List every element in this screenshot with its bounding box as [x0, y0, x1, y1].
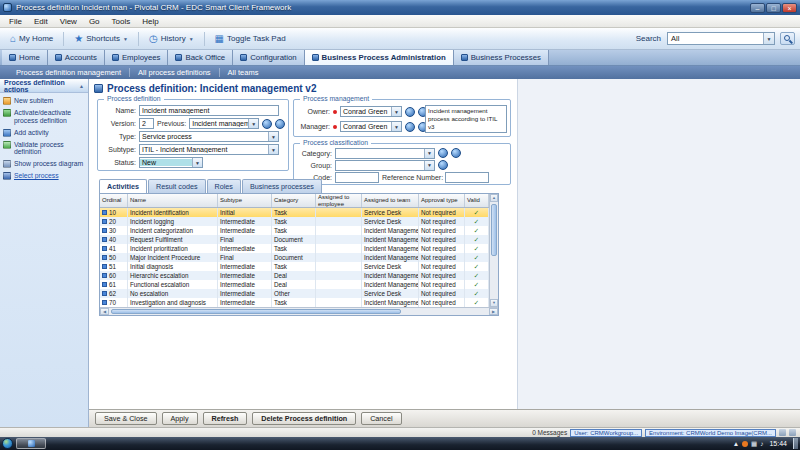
code-input[interactable]: [335, 172, 379, 183]
column-header[interactable]: Assigned to employee: [316, 194, 362, 207]
version-input[interactable]: [139, 118, 154, 129]
breadcrumb-item[interactable]: Process definition management: [8, 68, 130, 77]
column-header[interactable]: Subtype: [218, 194, 272, 207]
chevron-down-icon[interactable]: ▼: [424, 161, 434, 170]
column-header[interactable]: Ordinal: [100, 194, 128, 207]
chevron-down-icon[interactable]: ▼: [248, 119, 258, 128]
column-header[interactable]: Approval type: [419, 194, 465, 207]
chevron-down-icon[interactable]: ▼: [763, 33, 774, 44]
table-row[interactable]: 70 Investigation and diagnosis Intermedi…: [100, 298, 489, 307]
scroll-left-icon[interactable]: ◀: [100, 308, 109, 315]
lookup-icon-button[interactable]: [275, 119, 285, 129]
process-description[interactable]: Incident management process according to…: [425, 105, 507, 133]
chevron-down-icon[interactable]: ▼: [192, 158, 202, 167]
type-select[interactable]: Service process ▼: [139, 131, 279, 142]
table-row[interactable]: 62 No escalation Intermediate Other Serv…: [100, 289, 489, 298]
manager-select[interactable]: Conrad Green ▼: [340, 121, 402, 132]
notification-icon[interactable]: [742, 441, 748, 447]
sidebar-item-select-process[interactable]: Select process: [3, 172, 85, 180]
open-record-icon-button[interactable]: [405, 122, 415, 132]
cancel-button[interactable]: Cancel: [361, 412, 401, 425]
start-button[interactable]: [2, 438, 13, 449]
sidebar-item-validate[interactable]: Validate process definition: [3, 141, 85, 157]
vertical-scrollbar[interactable]: ▲ ▼: [489, 194, 498, 307]
menu-item[interactable]: Edit: [29, 17, 53, 26]
lookup-icon-button[interactable]: [451, 148, 461, 158]
menu-item[interactable]: Tools: [107, 17, 136, 26]
maximize-button[interactable]: □: [766, 3, 781, 13]
chevron-down-icon[interactable]: ▼: [424, 149, 434, 158]
column-header[interactable]: Name: [128, 194, 218, 207]
chevron-down-icon[interactable]: ▼: [391, 107, 401, 116]
shortcuts-button[interactable]: ★ Shortcuts ▼: [69, 32, 133, 46]
search-scope-select[interactable]: All ▼: [667, 32, 775, 45]
chevron-down-icon[interactable]: ▼: [391, 122, 401, 131]
column-header[interactable]: Category: [272, 194, 316, 207]
toggle-task-pad-button[interactable]: ▦ Toggle Task Pad: [210, 32, 291, 46]
open-record-icon-button[interactable]: [438, 148, 448, 158]
scrollbar-thumb[interactable]: [111, 309, 401, 314]
refresh-button[interactable]: Refresh: [203, 412, 248, 425]
chevron-down-icon[interactable]: ▼: [268, 132, 278, 141]
sidebar-item-show-diagram[interactable]: Show process diagram: [3, 160, 85, 168]
category-select[interactable]: ▼: [335, 148, 435, 159]
history-button[interactable]: ◷ History ▼: [144, 32, 199, 46]
taskbar-clock[interactable]: 15:44: [766, 440, 790, 447]
table-row[interactable]: 30 Incident categorization Intermediate …: [100, 226, 489, 235]
chevron-down-icon[interactable]: ▼: [268, 145, 278, 154]
owner-select[interactable]: Conrad Green ▼: [340, 106, 402, 117]
scroll-down-icon[interactable]: ▼: [490, 299, 498, 307]
table-row[interactable]: 61 Functional escalation Intermediate De…: [100, 280, 489, 289]
table-row[interactable]: 20 Incident logging Intermediate Task Se…: [100, 217, 489, 226]
detail-tab[interactable]: Activities: [99, 179, 147, 193]
table-row[interactable]: 41 Incident prioritization Intermediate …: [100, 244, 489, 253]
table-row[interactable]: 40 Request Fulfilment Final Document Inc…: [100, 235, 489, 244]
previous-select[interactable]: Incident management v1 ▼: [189, 118, 259, 129]
sidebar-item-new-subitem[interactable]: New subitem: [3, 97, 85, 105]
messages-status[interactable]: 0 Messages: [532, 429, 567, 436]
detail-tab[interactable]: Roles: [207, 179, 241, 193]
module-tab[interactable]: Back Office: [168, 50, 233, 65]
save-close-button[interactable]: Save & Close: [95, 412, 157, 425]
module-tab[interactable]: Business Process Administration: [305, 50, 454, 65]
horizontal-scrollbar[interactable]: ◀ ▶: [100, 307, 498, 315]
group-select[interactable]: ▼: [335, 160, 435, 171]
delete-process-definition-button[interactable]: Delete Process definition: [252, 412, 356, 425]
sidebar-item-activate-deactivate[interactable]: Activate/deactivate process definition: [3, 109, 85, 125]
column-header[interactable]: Valid: [465, 194, 489, 207]
breadcrumb-item[interactable]: All teams: [220, 68, 267, 77]
table-row[interactable]: 10 Incident identification Initial Task …: [100, 208, 489, 217]
module-tab[interactable]: Business Processes: [454, 50, 549, 65]
breadcrumb-item[interactable]: All process definitions: [130, 68, 220, 77]
menu-item[interactable]: Help: [137, 17, 163, 26]
subtype-select[interactable]: ITIL - Incident Management ▼: [139, 144, 279, 155]
menu-item[interactable]: File: [4, 17, 27, 26]
menu-item[interactable]: View: [55, 17, 82, 26]
volume-icon[interactable]: ♪: [760, 438, 763, 449]
sidebar-item-add-activity[interactable]: Add activity: [3, 129, 85, 137]
sidebar-header[interactable]: Process definition actions ▲: [0, 79, 88, 93]
taskbar-app-button[interactable]: [16, 438, 46, 449]
network-icon[interactable]: ▦: [751, 438, 757, 449]
module-tab[interactable]: Configuration: [233, 50, 304, 65]
open-record-icon-button[interactable]: [405, 107, 415, 117]
detail-tab[interactable]: Result codes: [148, 179, 206, 193]
scroll-right-icon[interactable]: ▶: [489, 308, 498, 315]
status-select[interactable]: New ▼: [139, 157, 203, 168]
name-input[interactable]: [139, 105, 279, 116]
module-tab[interactable]: Accounts: [48, 50, 105, 65]
module-tab[interactable]: Home: [2, 50, 48, 65]
detail-tab[interactable]: Business processes: [242, 179, 322, 193]
minimize-button[interactable]: –: [750, 3, 765, 13]
reference-number-input[interactable]: [445, 172, 489, 183]
search-button[interactable]: [780, 32, 795, 45]
table-row[interactable]: 50 Major Incident Procedure Final Docume…: [100, 253, 489, 262]
close-button[interactable]: ×: [782, 3, 797, 13]
open-record-icon-button[interactable]: [262, 119, 272, 129]
show-hidden-icons-icon[interactable]: ▲: [733, 438, 739, 449]
scroll-up-icon[interactable]: ▲: [490, 194, 498, 202]
table-row[interactable]: 60 Hierarchic escalation Intermediate De…: [100, 271, 489, 280]
my-home-button[interactable]: ⌂ My Home: [5, 32, 58, 46]
apply-button[interactable]: Apply: [162, 412, 198, 425]
scrollbar-thumb[interactable]: [491, 204, 497, 256]
